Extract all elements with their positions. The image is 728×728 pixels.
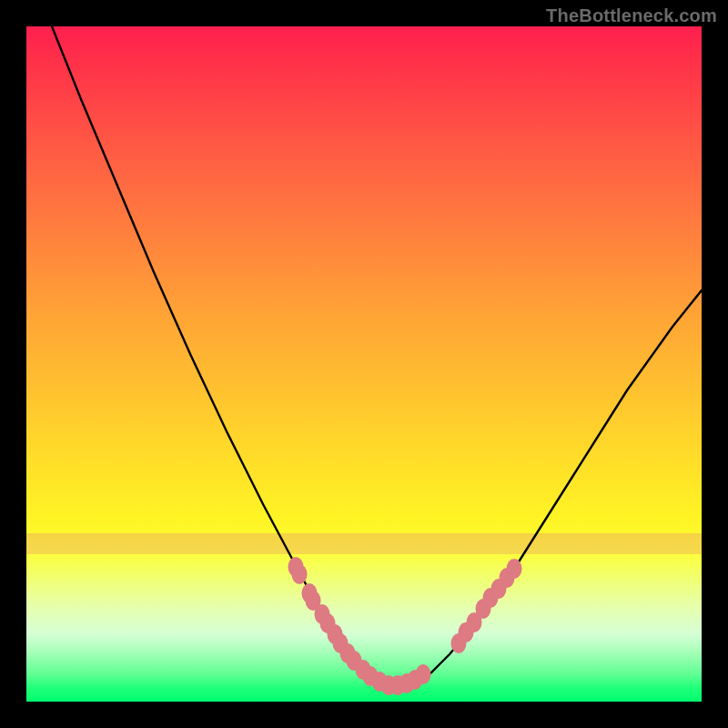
curve-marker [416, 664, 431, 684]
watermark-label: TheBottleneck.com [546, 5, 717, 26]
curve-markers [288, 557, 522, 695]
chart-svg [26, 26, 702, 702]
outer-frame: TheBottleneck.com [0, 0, 728, 728]
plot-area [26, 26, 702, 702]
bottleneck-curve [52, 26, 702, 688]
curve-marker [507, 559, 522, 579]
curve-marker [292, 564, 308, 584]
